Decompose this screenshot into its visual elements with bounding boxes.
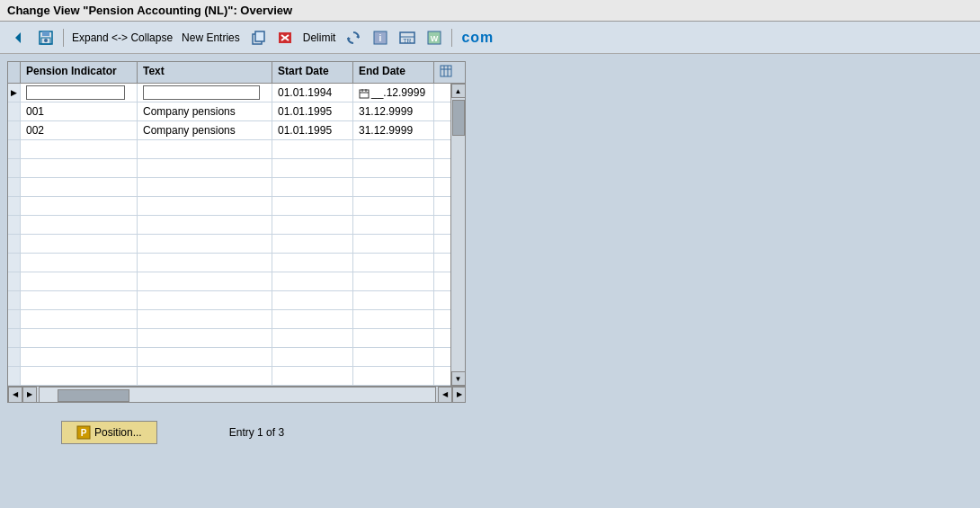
cell-empty[interactable] xyxy=(272,159,353,177)
cell-empty[interactable] xyxy=(272,254,353,272)
horizontal-scrollbar[interactable]: ◀ ▶ ◀ ▶ xyxy=(8,386,466,402)
row-selector[interactable] xyxy=(8,254,21,272)
cell-end-2[interactable]: 31.12.9999 xyxy=(353,102,434,120)
cell-empty[interactable] xyxy=(353,348,434,366)
cell-empty[interactable] xyxy=(138,159,272,177)
row-selector[interactable] xyxy=(8,197,21,215)
delete-button[interactable] xyxy=(273,27,297,49)
row-selector[interactable] xyxy=(8,291,21,309)
input-indicator-1[interactable] xyxy=(26,85,125,100)
cell-indicator-1[interactable] xyxy=(21,84,138,102)
cell-empty[interactable] xyxy=(272,291,353,309)
vertical-scrollbar[interactable]: ▲ ▼ xyxy=(450,84,465,386)
back-button[interactable] xyxy=(7,27,31,49)
cell-empty[interactable] xyxy=(272,348,353,366)
cell-empty[interactable] xyxy=(353,216,434,234)
cell-empty[interactable] xyxy=(138,254,272,272)
cell-empty[interactable] xyxy=(272,235,353,253)
row-selector[interactable]: ▶ xyxy=(8,84,21,102)
cell-empty[interactable] xyxy=(21,329,138,347)
scroll-left-arrow[interactable]: ◀ xyxy=(8,387,22,403)
cell-empty[interactable] xyxy=(21,272,138,290)
cell-start-2[interactable]: 01.01.1995 xyxy=(272,102,353,120)
cell-empty[interactable] xyxy=(138,348,272,366)
cell-empty[interactable] xyxy=(353,329,434,347)
cell-empty[interactable] xyxy=(353,367,434,385)
cell-empty[interactable] xyxy=(138,310,272,328)
row-selector[interactable] xyxy=(8,216,21,234)
position-button[interactable]: P Position... xyxy=(61,421,157,444)
cell-indicator-3[interactable]: 002 xyxy=(21,121,138,139)
cell-text-3[interactable]: Company pensions xyxy=(138,121,272,139)
cell-empty[interactable] xyxy=(353,197,434,215)
cell-empty[interactable] xyxy=(272,329,353,347)
table-row[interactable]: 002 Company pensions 01.01.1995 31.12.99… xyxy=(8,121,450,140)
scroll-up-arrow[interactable]: ▲ xyxy=(451,84,466,98)
cell-empty[interactable] xyxy=(138,178,272,196)
table-row[interactable] xyxy=(8,235,450,254)
cell-empty[interactable] xyxy=(21,159,138,177)
cell-empty[interactable] xyxy=(138,329,272,347)
cell-empty[interactable] xyxy=(138,140,272,158)
cell-empty[interactable] xyxy=(21,178,138,196)
cell-empty[interactable] xyxy=(21,367,138,385)
cell-text-1[interactable] xyxy=(138,84,272,102)
expand-collapse-button[interactable]: Expand <-> Collapse xyxy=(69,30,175,46)
table-row[interactable] xyxy=(8,272,450,291)
cell-empty[interactable] xyxy=(138,291,272,309)
delimit-button[interactable]: Delimit xyxy=(300,30,339,46)
cell-empty[interactable] xyxy=(272,140,353,158)
row-selector[interactable] xyxy=(8,178,21,196)
row-selector[interactable] xyxy=(8,272,21,290)
scroll-right-arrow-2[interactable]: ▶ xyxy=(22,387,37,403)
cell-indicator-2[interactable]: 001 xyxy=(21,102,138,120)
cell-empty[interactable] xyxy=(272,216,353,234)
table-row[interactable] xyxy=(8,197,450,216)
cell-empty[interactable] xyxy=(353,235,434,253)
scroll-down-arrow[interactable]: ▼ xyxy=(451,371,466,386)
table-row[interactable] xyxy=(8,329,450,348)
cell-empty[interactable] xyxy=(138,216,272,234)
info-button[interactable]: i xyxy=(369,27,392,49)
cell-start-1[interactable]: 01.01.1994 xyxy=(272,84,353,102)
table-row[interactable] xyxy=(8,216,450,235)
cell-end-3[interactable]: 31.12.9999 xyxy=(353,121,434,139)
table-row[interactable] xyxy=(8,291,450,310)
cell-empty[interactable] xyxy=(353,140,434,158)
transport-button[interactable]: TR xyxy=(396,27,419,49)
cell-empty[interactable] xyxy=(353,178,434,196)
table-row[interactable] xyxy=(8,140,450,159)
row-selector[interactable] xyxy=(8,310,21,328)
input-text-1[interactable] xyxy=(143,85,260,100)
cell-empty[interactable] xyxy=(272,310,353,328)
scroll-left-arrow-2[interactable]: ◀ xyxy=(438,387,452,403)
cell-empty[interactable] xyxy=(272,197,353,215)
cell-empty[interactable] xyxy=(21,291,138,309)
cell-empty[interactable] xyxy=(138,272,272,290)
new-entries-button[interactable]: New Entries xyxy=(179,30,243,46)
table-row[interactable]: ▶ 01.01.1994 xyxy=(8,84,450,102)
cell-empty[interactable] xyxy=(21,197,138,215)
scroll-right-arrow[interactable]: ▶ xyxy=(452,387,466,403)
table-row[interactable] xyxy=(8,348,450,367)
row-selector[interactable] xyxy=(8,159,21,177)
cell-empty[interactable] xyxy=(138,235,272,253)
h-scroll-track[interactable] xyxy=(39,387,436,403)
header-settings[interactable] xyxy=(434,62,456,83)
table-row[interactable] xyxy=(8,159,450,178)
cell-empty[interactable] xyxy=(21,216,138,234)
cell-empty[interactable] xyxy=(272,367,353,385)
row-selector[interactable] xyxy=(8,140,21,158)
cell-empty[interactable] xyxy=(21,235,138,253)
table-row[interactable] xyxy=(8,178,450,197)
scroll-thumb[interactable] xyxy=(452,100,465,136)
cell-empty[interactable] xyxy=(21,254,138,272)
cell-empty[interactable] xyxy=(21,310,138,328)
table-row[interactable] xyxy=(8,254,450,272)
cell-empty[interactable] xyxy=(272,178,353,196)
cell-text-2[interactable]: Company pensions xyxy=(138,102,272,120)
cell-empty[interactable] xyxy=(353,310,434,328)
cell-empty[interactable] xyxy=(21,140,138,158)
cell-empty[interactable] xyxy=(138,197,272,215)
table-row[interactable]: 001 Company pensions 01.01.1995 31.12.99… xyxy=(8,102,450,121)
